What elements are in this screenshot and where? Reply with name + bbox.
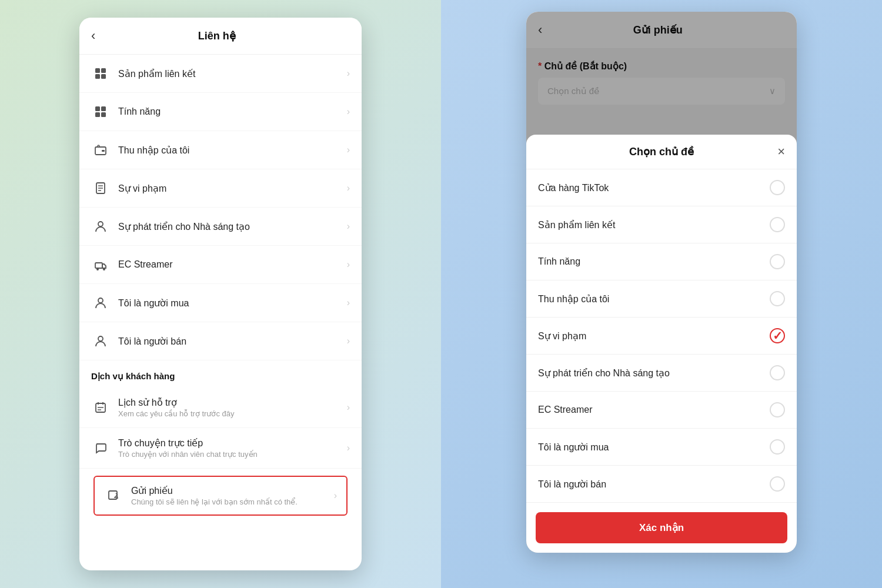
menu-text-lich-su: Lịch sử hỗ trợ Xem các yêu cầu hỗ trợ tr… — [118, 397, 347, 418]
section-header-dich-vu: Dịch vụ khách hàng — [79, 360, 362, 387]
radio-su-phat-trien — [770, 365, 785, 380]
menu-item-su-vi-pham[interactable]: Sự vi phạm › — [79, 169, 362, 208]
modal-sheet: Chọn chủ đề × Cửa hàng TikTok Sản phẩm l… — [526, 135, 797, 553]
svg-point-14 — [98, 222, 103, 226]
menu-text-tro-chuyen: Trò chuyện trực tiếp Trò chuyện với nhân… — [118, 437, 347, 459]
radio-ec-streamer — [770, 402, 785, 417]
menu-item-gui-phieu[interactable]: Gửi phiếu Chúng tôi sẽ liên hệ lại với b… — [93, 476, 348, 516]
menu-item-san-pham[interactable]: Sản phẩm liên kết › — [79, 55, 362, 93]
menu-label-tinh-nang: Tính năng — [118, 106, 347, 117]
right-phone-screen: ‹ Gửi phiếu * Chủ đề (Bắt buộc) Chọn chủ… — [526, 12, 797, 553]
person-icon-2 — [91, 293, 110, 312]
arrow-icon-thu-nhap: › — [347, 145, 350, 155]
option-su-phat-trien[interactable]: Sự phát triển cho Nhà sáng tạo — [526, 355, 797, 392]
modal-overlay: Chọn chủ đề × Cửa hàng TikTok Sản phẩm l… — [526, 12, 797, 553]
menu-text-thu-nhap: Thu nhập của tôi — [118, 145, 347, 156]
menu-label-gui-phieu: Gửi phiếu — [131, 485, 334, 496]
menu-text-nguoi-mua: Tôi là người mua — [118, 298, 347, 309]
option-label-tinh-nang: Tính năng — [538, 256, 580, 267]
arrow-icon-tro-chuyen: › — [347, 443, 350, 453]
menu-label-lich-su: Lịch sử hỗ trợ — [118, 397, 347, 408]
left-screen-header: ‹ Liên hệ — [79, 18, 362, 55]
option-label-ec-streamer: EC Streamer — [538, 405, 592, 415]
svg-point-19 — [98, 336, 103, 341]
option-nguoi-ban[interactable]: Tôi là người bán — [526, 466, 797, 503]
menu-text-su-phat-trien: Sự phát triển cho Nhà sáng tạo — [118, 221, 347, 232]
option-tinh-nang[interactable]: Tính năng — [526, 243, 797, 280]
option-su-vi-pham[interactable]: Sự vi phạm ✓ — [526, 318, 797, 355]
checkmark-icon: ✓ — [773, 329, 783, 343]
arrow-icon-su-vi-pham: › — [347, 183, 350, 193]
option-label-su-phat-trien: Sự phát triển cho Nhà sáng tạo — [538, 368, 670, 379]
option-label-su-vi-pham: Sự vi phạm — [538, 330, 586, 342]
option-nguoi-mua[interactable]: Tôi là người mua — [526, 429, 797, 466]
option-ec-streamer[interactable]: EC Streamer — [526, 392, 797, 429]
svg-point-17 — [103, 268, 105, 270]
radio-san-pham — [770, 217, 785, 232]
menu-sublabel-lich-su: Xem các yêu cầu hỗ trợ trước đây — [118, 409, 347, 418]
menu-label-nguoi-ban: Tôi là người bán — [118, 336, 347, 347]
radio-nguoi-mua — [770, 439, 785, 455]
svg-rect-4 — [95, 106, 100, 111]
modal-close-button[interactable]: × — [777, 145, 785, 158]
svg-rect-2 — [95, 74, 100, 79]
menu-item-nguoi-ban[interactable]: Tôi là người bán › — [79, 322, 362, 360]
left-phone-screen: ‹ Liên hệ Sản phẩm liên kết › — [79, 18, 362, 570]
option-label-san-pham: Sản phẩm liên kết — [538, 219, 615, 230]
menu-text-nguoi-ban: Tôi là người bán — [118, 336, 347, 347]
arrow-icon-tinh-nang: › — [347, 106, 350, 117]
arrow-icon-nguoi-ban: › — [347, 336, 350, 346]
menu-sublabel-gui-phieu: Chúng tôi sẽ liên hệ lại với bạn sớm nhấ… — [131, 497, 334, 506]
menu-label-san-pham: Sản phẩm liên kết — [118, 68, 347, 79]
radio-su-vi-pham: ✓ — [770, 328, 785, 343]
svg-rect-5 — [101, 106, 106, 111]
wallet-icon — [91, 141, 110, 159]
history-icon — [91, 398, 110, 417]
grid-icon — [91, 64, 110, 83]
left-background: ‹ Liên hệ Sản phẩm liên kết › — [0, 0, 441, 588]
menu-text-gui-phieu: Gửi phiếu Chúng tôi sẽ liên hệ lại với b… — [131, 485, 334, 506]
delivery-icon — [91, 255, 110, 274]
left-screen-title: Liên hệ — [101, 29, 332, 42]
menu-item-tinh-nang[interactable]: Tính năng › — [79, 93, 362, 131]
option-label-nguoi-ban: Tôi là người bán — [538, 479, 606, 490]
left-back-button[interactable]: ‹ — [91, 28, 95, 44]
svg-rect-7 — [101, 112, 106, 117]
doc-icon — [91, 179, 110, 198]
menu-item-tro-chuyen[interactable]: Trò chuyện trực tiếp Trò chuyện với nhân… — [79, 428, 362, 469]
menu-text-ec-streamer: EC Streamer — [118, 259, 347, 270]
modal-title: Chọn chủ đề — [629, 145, 694, 158]
edit-icon — [104, 486, 123, 505]
right-background: ‹ Gửi phiếu * Chủ đề (Bắt buộc) Chọn chủ… — [441, 0, 882, 588]
menu-label-tro-chuyen: Trò chuyện trực tiếp — [118, 437, 347, 449]
menu-sublabel-tro-chuyen: Trò chuyện với nhân viên chat trực tuyến — [118, 450, 347, 459]
menu-label-su-phat-trien: Sự phát triển cho Nhà sáng tạo — [118, 221, 347, 232]
chat-icon — [91, 439, 110, 457]
option-san-pham[interactable]: Sản phẩm liên kết — [526, 206, 797, 243]
menu-label-ec-streamer: EC Streamer — [118, 259, 347, 270]
menu-label-thu-nhap: Thu nhập của tôi — [118, 145, 347, 156]
arrow-icon-ec-streamer: › — [347, 259, 350, 270]
option-label-nguoi-mua: Tôi là người mua — [538, 442, 609, 453]
grid-icon-2 — [91, 102, 110, 121]
option-cua-hang[interactable]: Cửa hàng TikTok — [526, 169, 797, 206]
menu-item-ec-streamer[interactable]: EC Streamer › — [79, 246, 362, 284]
modal-header: Chọn chủ đề × — [526, 135, 797, 169]
svg-rect-1 — [101, 68, 106, 73]
svg-point-18 — [98, 298, 103, 303]
arrow-icon-nguoi-mua: › — [347, 298, 350, 308]
left-menu-list: Sản phẩm liên kết › Tính năng › — [79, 55, 362, 570]
radio-cua-hang — [770, 180, 785, 195]
menu-text-tinh-nang: Tính năng — [118, 106, 347, 117]
radio-thu-nhap — [770, 291, 785, 306]
arrow-icon-lich-su: › — [347, 402, 350, 413]
menu-text-su-vi-pham: Sự vi phạm — [118, 183, 347, 194]
confirm-button[interactable]: Xác nhận — [536, 512, 787, 543]
menu-label-su-vi-pham: Sự vi phạm — [118, 183, 347, 194]
option-label-cua-hang: Cửa hàng TikTok — [538, 182, 609, 193]
menu-item-nguoi-mua[interactable]: Tôi là người mua › — [79, 284, 362, 322]
menu-item-lich-su[interactable]: Lịch sử hỗ trợ Xem các yêu cầu hỗ trợ tr… — [79, 387, 362, 428]
menu-item-su-phat-trien[interactable]: Sự phát triển cho Nhà sáng tạo › — [79, 208, 362, 246]
option-thu-nhap[interactable]: Thu nhập của tôi — [526, 280, 797, 318]
menu-item-thu-nhap[interactable]: Thu nhập của tôi › — [79, 131, 362, 169]
